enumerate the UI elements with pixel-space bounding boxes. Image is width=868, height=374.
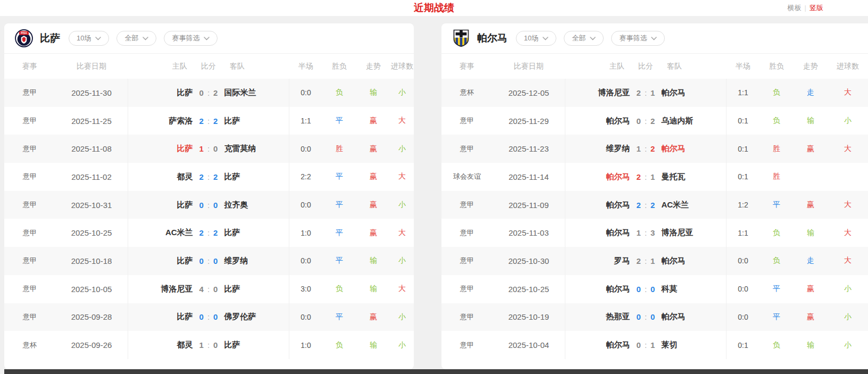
home-team: 罗马 — [565, 256, 630, 266]
score: 1:3 — [637, 228, 655, 237]
away-team: 佛罗伦萨 — [224, 312, 289, 322]
table-header: 赛事 比赛日期 主队 比分 客队 半场 胜负 走势 进球数 — [4, 53, 414, 79]
match-row[interactable]: 意甲 2025-11-03 帕尔马 1:3 博洛尼亚 1:1 负 输 大 — [441, 219, 868, 247]
result-cell: 负 — [760, 256, 794, 265]
goals-cell: 小 — [828, 340, 868, 350]
date-cell: 2025-11-25 — [55, 117, 128, 126]
score: 2:2 — [199, 228, 218, 237]
match-row[interactable]: 意甲 2025-11-30 比萨 0:2 国际米兰 0:0 负 输 小 — [4, 79, 414, 107]
col-half: 半场 — [727, 62, 760, 71]
event-filter-dropdown[interactable]: 赛事筛选 — [164, 31, 218, 46]
match-row[interactable]: 意甲 2025-10-05 博洛尼亚 4:0 比萨 3:0 负 输 大 — [4, 275, 414, 303]
match-row[interactable]: 意甲 2025-10-19 热那亚 0:0 帕尔马 0:0 平 赢 小 — [441, 303, 868, 331]
match-row[interactable]: 意杯 2025-09-26 都灵 1:0 比萨 1:0 负 输 小 — [4, 331, 414, 359]
matches-count-dropdown[interactable]: 10场 — [69, 31, 109, 46]
event-filter-dropdown[interactable]: 赛事筛选 — [611, 31, 665, 46]
col-date: 比赛日期 — [493, 62, 565, 71]
match-cell: 帕尔马 1:3 博洛尼亚 — [565, 219, 727, 247]
league-cell: 意甲 — [441, 312, 493, 322]
home-team: 萨索洛 — [128, 116, 193, 126]
halftime-cell: 3:0 — [289, 285, 322, 293]
trend-cell: 赢 — [356, 116, 390, 126]
match-cell: 萨索洛 2:2 比萨 — [128, 107, 289, 135]
chevron-down-icon — [651, 37, 657, 40]
home-team: 都灵 — [128, 172, 193, 182]
league-cell: 意杯 — [441, 88, 493, 97]
match-row[interactable]: 意甲 2025-11-23 维罗纳 1:2 帕尔马 0:1 胜 赢 大 — [441, 135, 868, 163]
match-cell: 帕尔马 2:2 AC米兰 — [565, 191, 727, 219]
match-row[interactable]: 球会友谊 2025-11-14 帕尔马 2:1 曼托瓦 0:1 胜 — [441, 163, 868, 191]
pisa-crest-icon: PISA — [15, 29, 33, 47]
col-match-group: 主队 比分 客队 — [128, 62, 289, 71]
col-trend: 走势 — [356, 62, 390, 71]
match-row[interactable]: 意甲 2025-10-18 比萨 0:0 维罗纳 0:0 平 输 小 — [4, 247, 414, 275]
home-team: 帕尔马 — [565, 200, 630, 210]
goals-cell: 大 — [828, 88, 868, 97]
trend-cell: 走 — [794, 256, 828, 265]
date-cell: 2025-10-05 — [55, 285, 128, 294]
trend-cell: 输 — [356, 340, 390, 350]
match-row[interactable]: 意甲 2025-10-31 比萨 0:0 拉齐奥 0:0 平 赢 小 — [4, 191, 414, 219]
league-cell: 球会友谊 — [441, 172, 493, 181]
halftime-cell: 1:0 — [289, 229, 322, 237]
layout-vertical-link[interactable]: 竖版 — [809, 0, 823, 16]
date-cell: 2025-10-25 — [493, 285, 565, 294]
league-cell: 意甲 — [441, 256, 493, 265]
scope-dropdown[interactable]: 全部 — [564, 31, 604, 46]
match-row[interactable]: 意甲 2025-11-09 帕尔马 2:2 AC米兰 1:2 平 赢 大 — [441, 191, 868, 219]
match-row[interactable]: 意杯 2025-12-05 博洛尼亚 2:1 帕尔马 1:1 负 走 大 — [441, 79, 868, 107]
score: 2:1 — [637, 172, 655, 181]
match-cell: AC米兰 2:2 比萨 — [128, 219, 289, 247]
match-row[interactable]: 意甲 2025-11-29 帕尔马 0:2 乌迪内斯 0:1 负 输 小 — [441, 107, 868, 135]
match-row[interactable]: 意甲 2025-10-25 AC米兰 2:2 比萨 1:0 平 赢 大 — [4, 219, 414, 247]
event-filter-value: 赛事筛选 — [619, 34, 647, 43]
match-cell: 热那亚 0:0 帕尔马 — [565, 303, 727, 331]
match-row[interactable]: 意甲 2025-10-04 帕尔马 0:1 莱切 0:1 负 输 小 — [441, 331, 868, 359]
score: 0:0 — [199, 312, 218, 321]
chevron-down-icon — [143, 37, 148, 40]
league-cell: 意甲 — [4, 284, 55, 294]
match-cell: 都灵 2:2 比萨 — [128, 163, 289, 191]
match-cell: 比萨 0:0 佛罗伦萨 — [128, 303, 289, 331]
date-cell: 2025-09-26 — [55, 340, 128, 350]
date-cell: 2025-10-18 — [55, 256, 128, 265]
layout-horizontal-link[interactable]: 横板 — [788, 0, 802, 16]
goals-cell: 大 — [390, 172, 414, 181]
league-cell: 意甲 — [4, 312, 55, 322]
home-team: 比萨 — [128, 312, 193, 322]
match-cell: 帕尔马 0:1 莱切 — [565, 331, 727, 359]
score: 2:1 — [637, 256, 655, 265]
matches-count-value: 10场 — [77, 34, 91, 43]
away-team: 帕尔马 — [661, 256, 726, 266]
result-cell: 负 — [760, 340, 794, 350]
match-row[interactable]: 意甲 2025-10-30 罗马 2:1 帕尔马 0:0 负 走 大 — [441, 247, 868, 275]
away-team: 国际米兰 — [224, 88, 289, 98]
matches-count-dropdown[interactable]: 10场 — [516, 31, 556, 46]
match-row[interactable]: 意甲 2025-10-25 帕尔马 0:0 科莫 0:0 平 赢 小 — [441, 275, 868, 303]
halftime-cell: 0:0 — [289, 256, 322, 265]
col-match-group: 主队 比分 客队 — [565, 62, 727, 71]
match-row[interactable]: 意甲 2025-11-08 比萨 1:0 克雷莫纳 0:0 胜 赢 小 — [4, 135, 414, 163]
match-row[interactable]: 意甲 2025-09-28 比萨 0:0 佛罗伦萨 0:0 平 赢 小 — [4, 303, 414, 331]
scope-value: 全部 — [572, 34, 586, 43]
away-team: 比萨 — [224, 172, 289, 182]
match-row[interactable]: 意甲 2025-11-25 萨索洛 2:2 比萨 1:1 平 赢 大 — [4, 107, 414, 135]
score: 1:0 — [199, 340, 218, 350]
home-team: 热那亚 — [565, 312, 630, 322]
home-team: 帕尔马 — [565, 116, 630, 126]
halftime-cell: 0:0 — [289, 88, 322, 97]
league-cell: 意甲 — [441, 200, 493, 210]
halftime-cell: 0:0 — [727, 313, 760, 321]
scope-dropdown[interactable]: 全部 — [116, 31, 156, 46]
league-cell: 意甲 — [441, 284, 493, 294]
match-row[interactable]: 意甲 2025-11-02 都灵 2:2 比萨 2:2 平 赢 大 — [4, 163, 414, 191]
halftime-cell: 1:1 — [727, 88, 760, 97]
date-cell: 2025-10-25 — [55, 228, 128, 237]
match-cell: 罗马 2:1 帕尔马 — [565, 247, 727, 275]
date-cell: 2025-10-04 — [493, 340, 565, 350]
result-cell: 平 — [322, 228, 356, 238]
halftime-cell: 0:0 — [289, 313, 322, 321]
score: 0:0 — [637, 285, 655, 294]
col-home: 主队 — [172, 62, 187, 71]
away-team: 克雷莫纳 — [224, 144, 289, 154]
